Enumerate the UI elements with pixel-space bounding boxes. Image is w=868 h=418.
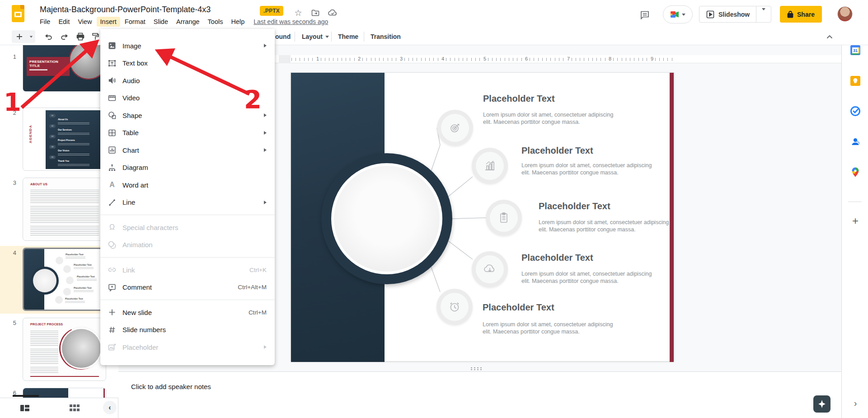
- menu-view[interactable]: View: [74, 17, 95, 27]
- menu-slide[interactable]: Slide: [150, 17, 172, 27]
- ruler-number: 5: [482, 56, 488, 62]
- menu-item-label: Slide numbers: [122, 326, 166, 333]
- menu-tools[interactable]: Tools: [204, 17, 227, 27]
- hide-menus-button[interactable]: [823, 30, 836, 43]
- placeholder-body[interactable]: Lorem ipsum dolor sit amet, consectetuer…: [483, 112, 619, 126]
- print-button[interactable]: [74, 30, 87, 43]
- notes-resize-grip[interactable]: [470, 367, 482, 371]
- menu-item-new-slide[interactable]: New slide Ctrl+M: [100, 304, 275, 321]
- theme-button[interactable]: Theme: [338, 30, 358, 43]
- document-title[interactable]: Majenta-Background-PowerPoint-Template-4…: [40, 5, 211, 14]
- menu-edit[interactable]: Edit: [55, 17, 73, 27]
- placeholder-title[interactable]: Placeholder Text: [521, 146, 593, 156]
- side-panel: 31 + ›: [841, 28, 868, 418]
- slide-thumbnail-5[interactable]: PROJECT PROCESS: [23, 318, 106, 381]
- menu-item-image[interactable]: Image: [100, 37, 275, 55]
- menu-item-chart[interactable]: Chart: [100, 141, 275, 159]
- audio-icon: [108, 76, 117, 85]
- placeholder-body[interactable]: Lorem ipsum dolor sit amet, consectetuer…: [521, 271, 657, 285]
- shape-icon: [108, 111, 117, 120]
- redo-button[interactable]: [58, 30, 71, 43]
- thumb4-circle: [63, 265, 71, 273]
- menu-item-video[interactable]: Video: [100, 89, 275, 107]
- collapse-filmstrip-chevron[interactable]: ‹: [103, 401, 117, 414]
- slide-thumbnail-3[interactable]: ABOUT US: [23, 178, 106, 241]
- menu-format[interactable]: Format: [121, 17, 149, 27]
- filmstrip-scroll-indicator[interactable]: [13, 395, 39, 397]
- layout-caret-icon: [325, 36, 329, 38]
- grid-view-icon[interactable]: [69, 402, 80, 414]
- menu-item-special-characters[interactable]: Ω Special characters: [100, 219, 275, 236]
- placeholder-title[interactable]: Placeholder Text: [539, 201, 610, 211]
- new-slide-caret[interactable]: [27, 30, 35, 43]
- insert-menu-dropdown: Image Text box Audio Video Shape Table C…: [100, 29, 275, 365]
- menu-file[interactable]: File: [36, 17, 54, 27]
- google-tasks-icon[interactable]: [849, 105, 861, 117]
- slideshow-label: Slideshow: [718, 11, 750, 18]
- last-edit-status[interactable]: Last edit was seconds ago: [253, 18, 328, 25]
- meet-caret-icon: [682, 14, 685, 16]
- word-art-icon: A: [108, 180, 117, 189]
- slideshow-options-caret[interactable]: [756, 10, 771, 19]
- share-button[interactable]: Share: [780, 6, 822, 23]
- menu-insert[interactable]: Insert: [97, 17, 120, 27]
- open-comments-icon[interactable]: [637, 7, 652, 23]
- slide-thumbnail-4-selected[interactable]: Placeholder Text Placeholder Text Placeh…: [23, 248, 106, 311]
- meet-button[interactable]: [663, 5, 693, 23]
- slide-item-circle: [436, 289, 473, 325]
- add-addon-plus-icon[interactable]: +: [849, 215, 861, 227]
- speaker-notes-input[interactable]: Click to add speaker notes: [131, 383, 211, 390]
- placeholder-body[interactable]: Lorem ipsum dolor sit amet, consectetuer…: [539, 219, 674, 233]
- undo-button[interactable]: [42, 30, 55, 43]
- google-contacts-icon[interactable]: [849, 136, 861, 148]
- slideshow-button[interactable]: Slideshow: [699, 6, 771, 23]
- menu-item-comment[interactable]: Comment Ctrl+Alt+M: [100, 279, 275, 296]
- placeholder-body[interactable]: Lorem ipsum dolor sit amet, consectetuer…: [521, 162, 657, 176]
- placeholder-title[interactable]: Placeholder Text: [521, 253, 593, 263]
- thumb2-agenda-label: AGENDA: [28, 125, 33, 143]
- slide-number: 3: [8, 179, 16, 186]
- current-slide[interactable]: Placeholder Text Lorem ipsum dolor sit a…: [291, 72, 674, 362]
- placeholder-body[interactable]: Lorem ipsum dolor sit amet, consectetuer…: [483, 321, 618, 335]
- google-keep-icon[interactable]: [849, 75, 861, 87]
- explore-button[interactable]: [813, 395, 830, 413]
- menu-item-word-art[interactable]: A Word art: [100, 176, 275, 194]
- account-avatar[interactable]: [837, 6, 853, 22]
- menu-item-animation[interactable]: Animation: [100, 236, 275, 254]
- menu-item-label: Chart: [122, 146, 139, 154]
- ruler-number: 7: [565, 56, 572, 62]
- toolbar-divider: [331, 32, 332, 42]
- ruler-number: 3: [398, 56, 404, 62]
- background-button-partial[interactable]: ound: [275, 30, 291, 43]
- slide-thumbnail-1[interactable]: PRESENTATION TITLE: [23, 45, 106, 92]
- bar-chart-icon: [476, 152, 504, 180]
- menu-arrange[interactable]: Arrange: [173, 17, 203, 27]
- menu-item-placeholder[interactable]: Placeholder: [100, 338, 275, 356]
- expand-side-panel-chevron[interactable]: ›: [850, 398, 861, 409]
- menu-item-slide-numbers[interactable]: Slide numbers: [100, 321, 275, 339]
- cloud-saved-icon[interactable]: [327, 7, 338, 18]
- google-calendar-icon[interactable]: 31: [849, 44, 861, 56]
- menu-item-shape[interactable]: Shape: [100, 107, 275, 124]
- video-icon: [108, 94, 117, 103]
- slide-thumbnail-2[interactable]: AGENDA 01About Us 02Our Services 03Proje…: [23, 108, 106, 171]
- menu-item-text-box[interactable]: Text box: [100, 55, 275, 72]
- menu-help[interactable]: Help: [227, 17, 248, 27]
- paint-format-button[interactable]: [89, 30, 101, 43]
- menu-item-line[interactable]: Line: [100, 194, 275, 211]
- transition-button[interactable]: Transition: [371, 30, 401, 43]
- menu-item-table[interactable]: Table: [100, 124, 275, 142]
- ruler-number: 8: [607, 56, 613, 62]
- google-maps-icon[interactable]: [849, 166, 861, 178]
- placeholder-title[interactable]: Placeholder Text: [483, 302, 554, 313]
- layout-button[interactable]: Layout: [302, 30, 329, 43]
- placeholder-title[interactable]: Placeholder Text: [483, 94, 555, 104]
- slides-logo-icon[interactable]: [12, 5, 24, 22]
- menu-item-diagram[interactable]: Diagram: [100, 159, 275, 177]
- filmstrip-view-icon[interactable]: [19, 402, 31, 414]
- menu-item-link[interactable]: Link Ctrl+K: [100, 261, 275, 279]
- menu-item-audio[interactable]: Audio: [100, 72, 275, 89]
- add-comment-icon: [108, 283, 117, 292]
- new-slide-button[interactable]: [12, 30, 27, 43]
- meet-icon: [670, 11, 680, 18]
